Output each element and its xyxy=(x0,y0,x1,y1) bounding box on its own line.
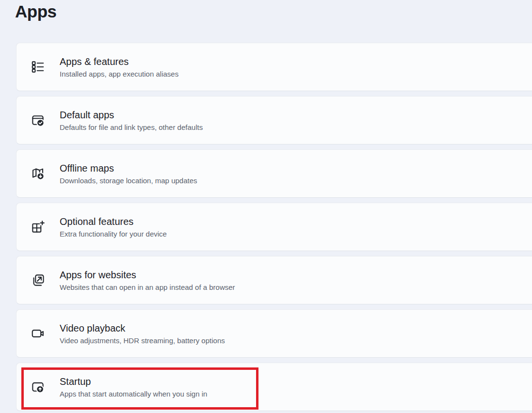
card-subtitle: Installed apps, app execution aliases xyxy=(60,69,178,79)
card-title: Default apps xyxy=(60,109,203,121)
card-subtitle: Defaults for file and link types, other … xyxy=(60,123,203,132)
settings-card-apps-features[interactable]: Apps & features Installed apps, app exec… xyxy=(16,43,532,91)
page-title: Apps xyxy=(15,0,57,23)
card-subtitle: Apps that start automatically when you s… xyxy=(60,389,207,399)
card-subtitle: Downloads, storage location, map updates xyxy=(60,176,197,186)
settings-card-optional-features[interactable]: Optional features Extra functionality fo… xyxy=(16,203,532,251)
card-title: Apps & features xyxy=(60,55,178,68)
card-title: Offline maps xyxy=(60,162,197,175)
settings-card-offline-maps[interactable]: Offline maps Downloads, storage location… xyxy=(16,149,532,198)
card-title: Video playback xyxy=(60,322,225,334)
settings-card-list: Apps & features Installed apps, app exec… xyxy=(16,43,532,411)
apps-list-icon xyxy=(31,60,45,74)
default-apps-check-icon xyxy=(31,113,45,127)
card-subtitle: Extra functionality for your device xyxy=(60,229,167,239)
optional-features-plus-icon xyxy=(31,220,45,234)
video-camera-icon xyxy=(31,326,45,341)
card-title: Optional features xyxy=(60,215,167,228)
settings-card-startup[interactable]: Startup Apps that start automatically wh… xyxy=(16,363,532,411)
offline-maps-download-icon xyxy=(31,166,45,181)
settings-card-video-playback[interactable]: Video playback Video adjustments, HDR st… xyxy=(16,309,532,358)
settings-apps-page: { "page": { "title": "Apps" }, "colors":… xyxy=(0,0,532,413)
settings-card-default-apps[interactable]: Default apps Defaults for file and link … xyxy=(16,96,532,144)
card-subtitle: Video adjustments, HDR streaming, batter… xyxy=(60,336,225,346)
settings-card-apps-for-websites[interactable]: Apps for websites Websites that can open… xyxy=(16,256,532,304)
apps-for-websites-icon xyxy=(31,273,45,287)
card-subtitle: Websites that can open in an app instead… xyxy=(60,283,235,292)
card-title: Apps for websites xyxy=(60,269,235,281)
startup-icon xyxy=(31,380,45,394)
card-title: Startup xyxy=(60,375,207,388)
